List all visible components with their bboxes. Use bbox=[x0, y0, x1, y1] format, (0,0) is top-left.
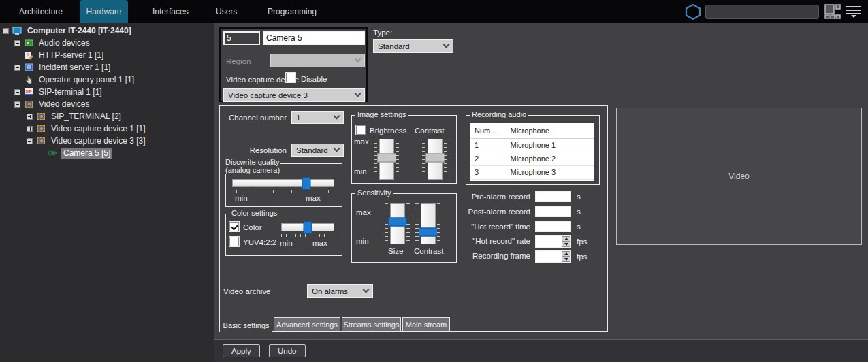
spin-down-button[interactable] bbox=[562, 242, 570, 247]
slider-thumb[interactable] bbox=[425, 154, 445, 163]
slider-ticks bbox=[281, 234, 334, 237]
slider-thumb[interactable] bbox=[377, 154, 396, 163]
tab-interfaces[interactable]: Interfaces bbox=[143, 0, 198, 23]
table-row[interactable]: 1Microphone 1 bbox=[471, 138, 594, 152]
slider-thumb[interactable] bbox=[388, 218, 407, 227]
tab-programming[interactable]: Programming bbox=[258, 0, 326, 23]
tree-item-incident-server[interactable]: Incident server 1 [1] bbox=[0, 61, 213, 73]
tree-item-audio-devices[interactable]: Audio devices bbox=[0, 37, 213, 49]
image-contrast-slider[interactable] bbox=[428, 139, 443, 180]
layout-grid-icon[interactable] bbox=[824, 4, 841, 22]
video-placeholder-text: Video bbox=[728, 171, 749, 181]
min-label: min bbox=[356, 237, 369, 245]
pre-alarm-record-input[interactable] bbox=[536, 194, 570, 203]
top-navbar: Architecture Hardware Interfaces Users P… bbox=[0, 0, 868, 23]
type-select[interactable]: Standard bbox=[373, 39, 453, 53]
slider-ticks bbox=[406, 203, 410, 244]
max-label: max bbox=[356, 208, 371, 216]
tree-item-computer[interactable]: Computer IT-2440 [IT-2440] bbox=[0, 24, 213, 37]
video-preview: Video bbox=[616, 108, 862, 245]
brightness-slider[interactable] bbox=[379, 139, 394, 180]
video-capture-device-select[interactable]: Video capture device 3 bbox=[223, 88, 365, 102]
unit-label: s bbox=[577, 208, 581, 216]
post-alarm-record-input[interactable] bbox=[536, 209, 570, 218]
post-alarm-record-label: Post-alarm record bbox=[435, 208, 530, 216]
tree-item-sip-terminal[interactable]: SIP SIP-terminal 1 [1] bbox=[0, 86, 213, 98]
expand-toggle[interactable] bbox=[27, 126, 33, 132]
camera-name-input[interactable] bbox=[263, 31, 365, 45]
slider-thumb[interactable] bbox=[302, 177, 311, 190]
type-label: Type: bbox=[373, 29, 392, 37]
undo-button[interactable]: Undo bbox=[269, 344, 306, 357]
size-label: Size bbox=[388, 247, 403, 255]
recording-audio-legend: Recording audio bbox=[470, 110, 528, 118]
max-label: max bbox=[312, 239, 327, 247]
table-row[interactable]: 2Microphone 2 bbox=[471, 152, 594, 165]
search-input[interactable] bbox=[705, 5, 819, 19]
hot-record-time-input[interactable] bbox=[536, 224, 570, 233]
video-devices-icon bbox=[23, 99, 34, 109]
channel-number-select[interactable]: 1 bbox=[291, 111, 344, 124]
tab-streams-settings[interactable]: Streams settings bbox=[342, 317, 401, 331]
slider-ticks bbox=[396, 139, 399, 180]
spin-up-button[interactable] bbox=[562, 236, 570, 242]
discwrite-quality-slider[interactable] bbox=[232, 179, 334, 187]
table-row[interactable]: 3Microphone 3 bbox=[471, 165, 594, 179]
camera-id-input[interactable] bbox=[223, 31, 260, 45]
spin-down-button[interactable] bbox=[562, 257, 570, 262]
tab-basic-settings[interactable]: Basic settings bbox=[220, 317, 272, 333]
table-header-row: Num... Microphone bbox=[471, 124, 594, 138]
spin-up-button[interactable] bbox=[562, 251, 570, 257]
hot-record-rate-label: "Hot record" rate bbox=[435, 237, 530, 245]
chevron-down-icon bbox=[355, 90, 361, 97]
collapse-toggle[interactable] bbox=[3, 28, 9, 34]
video-device-chip-icon bbox=[35, 112, 46, 121]
channel-number-label: Channel number bbox=[220, 114, 287, 122]
expand-toggle[interactable] bbox=[14, 65, 20, 71]
http-server-icon bbox=[23, 50, 34, 60]
expand-toggle[interactable] bbox=[14, 40, 20, 46]
disable-checkbox[interactable] bbox=[286, 73, 295, 82]
apply-button[interactable]: Apply bbox=[223, 344, 260, 357]
tree-item-sip-terminal-device[interactable]: SIP_TERMINAL [2] bbox=[0, 110, 213, 122]
brightness-label: Brightness bbox=[370, 127, 406, 135]
contrast-label: Contrast bbox=[415, 127, 444, 135]
collapse-toggle[interactable] bbox=[27, 138, 33, 144]
tab-main-stream[interactable]: Main stream bbox=[402, 317, 450, 331]
brightness-checkbox[interactable] bbox=[356, 125, 366, 135]
tree-item-video-capture-device-3[interactable]: Video capture device 3 [3] bbox=[0, 135, 213, 147]
slider-thumb[interactable] bbox=[304, 221, 312, 234]
unit-label: s bbox=[577, 223, 581, 231]
region-select bbox=[270, 54, 365, 67]
color-slider[interactable] bbox=[281, 223, 334, 231]
color-settings-legend: Color settings bbox=[229, 209, 279, 217]
sensitivity-contrast-slider[interactable] bbox=[421, 203, 436, 244]
tab-advanced-settings[interactable]: Advanced settings bbox=[274, 317, 340, 331]
recording-frame-input[interactable] bbox=[536, 252, 562, 263]
tab-users[interactable]: Users bbox=[206, 0, 246, 23]
tree-item-operator-query-panel[interactable]: Operator query panel 1 [1] bbox=[0, 73, 213, 86]
resolution-label: Resolution bbox=[220, 146, 287, 154]
video-device-chip-icon bbox=[35, 124, 46, 133]
yuv422-checkbox[interactable] bbox=[229, 237, 239, 246]
tree-item-video-capture-device-1[interactable]: Video capture device 1 [1] bbox=[0, 122, 213, 135]
tree-item-http-server[interactable]: HTTP-server 1 [1] bbox=[0, 49, 213, 61]
tab-architecture[interactable]: Architecture bbox=[10, 0, 72, 23]
color-checkbox[interactable] bbox=[229, 222, 239, 231]
hot-record-rate-input[interactable] bbox=[536, 237, 562, 248]
chevron-down-icon bbox=[355, 56, 361, 63]
expand-toggle[interactable] bbox=[27, 114, 33, 120]
expand-toggle[interactable] bbox=[14, 89, 20, 95]
tree-item-video-devices[interactable]: Video devices bbox=[0, 98, 213, 110]
sensitivity-size-slider[interactable] bbox=[390, 203, 405, 244]
discwrite-quality-legend: Discwrite quality (analog camera) bbox=[225, 158, 280, 174]
resolution-select[interactable]: Standard bbox=[291, 144, 344, 157]
video-archive-select[interactable]: On alarms bbox=[307, 284, 373, 298]
tree-item-camera-5[interactable]: Camera 5 [5] bbox=[0, 147, 213, 159]
hamburger-menu-icon[interactable] bbox=[846, 6, 862, 18]
tab-hardware[interactable]: Hardware bbox=[80, 0, 128, 23]
chevron-down-icon bbox=[334, 145, 340, 152]
slider-ticks bbox=[444, 139, 447, 180]
settings-tabstrip: Basic settings Advanced settings Streams… bbox=[220, 317, 451, 331]
collapse-toggle[interactable] bbox=[14, 101, 20, 108]
